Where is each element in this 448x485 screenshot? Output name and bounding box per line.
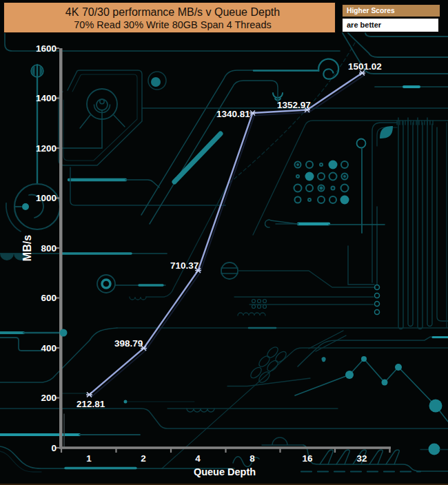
svg-text:Queue Depth: Queue Depth — [194, 466, 256, 477]
svg-text:4: 4 — [195, 453, 201, 464]
svg-text:2: 2 — [141, 453, 146, 464]
svg-text:200: 200 — [41, 393, 57, 403]
svg-text:1352.97: 1352.97 — [277, 100, 311, 110]
svg-text:800: 800 — [41, 243, 57, 254]
svg-text:400: 400 — [41, 343, 57, 353]
svg-text:398.79: 398.79 — [114, 338, 143, 349]
svg-text:600: 600 — [41, 293, 57, 303]
svg-text:1340.81: 1340.81 — [216, 109, 250, 119]
svg-text:1600: 1600 — [36, 43, 57, 54]
svg-text:8: 8 — [250, 453, 255, 464]
svg-text:1400: 1400 — [36, 93, 57, 103]
svg-text:1200: 1200 — [36, 143, 57, 154]
svg-text:16: 16 — [302, 453, 313, 464]
svg-text:1000: 1000 — [36, 193, 57, 203]
svg-text:MB/s: MB/s — [21, 235, 33, 261]
svg-text:710.37: 710.37 — [170, 260, 198, 271]
svg-text:1501.02: 1501.02 — [348, 61, 382, 72]
svg-text:212.81: 212.81 — [77, 399, 105, 409]
svg-text:32: 32 — [356, 453, 367, 464]
svg-text:0: 0 — [51, 443, 57, 453]
svg-text:1: 1 — [86, 453, 92, 464]
